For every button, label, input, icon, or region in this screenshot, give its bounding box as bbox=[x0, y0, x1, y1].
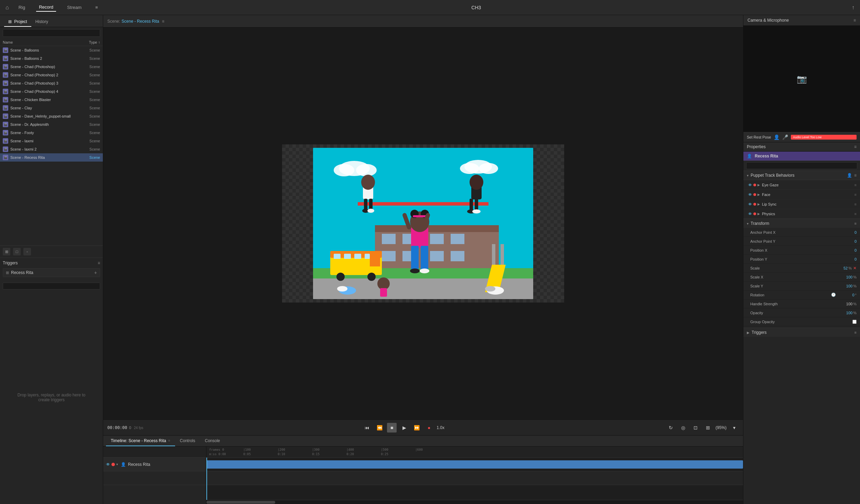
camera-menu-icon[interactable]: ≡ bbox=[853, 18, 856, 23]
speed-label[interactable]: 1.0x bbox=[437, 425, 447, 430]
track-expand-arrow[interactable]: ▾ bbox=[116, 462, 118, 466]
list-item[interactable]: 🎬 Scene - Chad (Photoshop) Scene bbox=[0, 63, 103, 71]
add-behavior-icon[interactable]: 👤 bbox=[847, 173, 852, 178]
lip-sync-expand-arrow[interactable]: ▶ bbox=[757, 202, 760, 206]
add-scene-button[interactable]: ⊞ bbox=[3, 248, 10, 255]
anchor-point-y-value[interactable]: 0 bbox=[839, 239, 857, 243]
list-item-selected[interactable]: 🎬 Scene - Recess Rita Scene bbox=[0, 153, 103, 162]
triggers-section-header[interactable]: ▶ Triggers ≡ bbox=[743, 328, 860, 337]
anchor-point-x-value[interactable]: 0 bbox=[839, 230, 857, 234]
fullscreen-button[interactable]: ⊞ bbox=[703, 423, 713, 432]
trigger-item[interactable]: ⊞ Recess Rita + bbox=[3, 268, 100, 277]
properties-content: ▾ Puppet Track Behaviors 👤 ≡ 👁 ▶ Eye Gaz… bbox=[743, 171, 860, 504]
zoom-dropdown-button[interactable]: ▾ bbox=[729, 423, 739, 432]
lip-sync-record-dot[interactable] bbox=[753, 203, 756, 206]
step-forward-button[interactable]: ⏩ bbox=[412, 423, 421, 432]
list-item[interactable]: 🎬 Scene - Balloons Scene bbox=[0, 46, 103, 54]
scale-y-value[interactable]: 100 bbox=[835, 284, 852, 288]
zoom-label[interactable]: (95%) bbox=[716, 425, 727, 430]
properties-menu-icon[interactable]: ≡ bbox=[854, 144, 857, 149]
to-start-button[interactable]: ⏮ bbox=[362, 423, 372, 432]
list-item[interactable]: 🎬 Scene - Iaxmi Scene bbox=[0, 137, 103, 145]
triggers-section-menu-icon[interactable]: ≡ bbox=[854, 330, 857, 335]
physics-record-dot[interactable] bbox=[753, 212, 756, 215]
camera-icon[interactable]: 👤 bbox=[774, 134, 780, 140]
face-menu-icon[interactable]: ≡ bbox=[854, 193, 857, 197]
track-record-dot[interactable] bbox=[111, 463, 115, 466]
list-item[interactable]: 🎬 Scene - Footy Scene bbox=[0, 129, 103, 137]
tab-controls[interactable]: Controls bbox=[175, 436, 200, 446]
nav-record[interactable]: Record bbox=[36, 3, 56, 12]
project-search-input[interactable] bbox=[3, 29, 100, 37]
physics-expand-arrow[interactable]: ▶ bbox=[757, 212, 760, 216]
scale-x-value[interactable]: 100 bbox=[835, 275, 852, 279]
stop-button[interactable]: ■ bbox=[387, 423, 397, 432]
behaviors-menu-icon[interactable]: ≡ bbox=[854, 173, 857, 178]
scale-reset-button[interactable]: ✕ bbox=[853, 266, 857, 271]
transform-menu-icon[interactable]: ≡ bbox=[854, 221, 857, 226]
step-back-button[interactable]: ⏪ bbox=[375, 423, 384, 432]
tab-history[interactable]: History bbox=[31, 17, 52, 27]
properties-panel: Properties ≡ 👤 Recess Rita ▾ Puppet Trac… bbox=[743, 142, 860, 504]
handle-strength-value[interactable]: 100 bbox=[835, 302, 852, 306]
mic-icon[interactable]: 🎤 bbox=[782, 134, 788, 140]
eye-gaze-expand-arrow[interactable]: ▶ bbox=[757, 183, 760, 187]
list-item[interactable]: 🎬 Scene - Clay Scene bbox=[0, 104, 103, 112]
list-item[interactable]: 🎬 Scene - Dr. Applesmith Scene bbox=[0, 120, 103, 129]
record-button[interactable]: ● bbox=[424, 423, 434, 432]
list-item[interactable]: 🎬 Scene - Iaxmi 2 Scene bbox=[0, 145, 103, 153]
timeline-tab-menu-icon[interactable]: ≡ bbox=[168, 439, 170, 442]
timeline-scrollbar[interactable] bbox=[206, 500, 743, 504]
behaviors-section-header[interactable]: ▾ Puppet Track Behaviors 👤 ≡ bbox=[743, 171, 860, 180]
duplicate-button[interactable]: □ bbox=[13, 248, 21, 255]
set-rest-pose-button[interactable]: Set Rest Pose bbox=[747, 135, 771, 139]
list-item[interactable]: 🎬 Scene - Dave_Helmly_puppet-small Scene bbox=[0, 112, 103, 120]
tab-timeline[interactable]: Timeline: Scene - Recess Rita ≡ bbox=[106, 436, 175, 446]
eye-gaze-eye-icon[interactable]: 👁 bbox=[748, 183, 752, 187]
nav-rig[interactable]: Rig bbox=[16, 3, 28, 11]
position-x-value[interactable]: 0 bbox=[839, 248, 857, 252]
loop-button[interactable]: ↻ bbox=[666, 423, 676, 432]
properties-search-input[interactable] bbox=[746, 162, 857, 169]
other-button[interactable]: ◦ bbox=[23, 248, 31, 255]
face-record-dot[interactable] bbox=[753, 193, 756, 196]
project-tab-label: Project bbox=[14, 19, 27, 24]
physics-menu-icon[interactable]: ≡ bbox=[854, 212, 857, 216]
property-scale: Scale 52 % ✕ bbox=[743, 264, 860, 273]
transform-header[interactable]: ▾ Transform ≡ bbox=[743, 219, 860, 228]
list-item[interactable]: 🎬 Scene - Chicken Blaster Scene bbox=[0, 96, 103, 104]
list-item[interactable]: 🎬 Scene - Chad (Photoshop) 3 Scene bbox=[0, 79, 103, 87]
list-item[interactable]: 🎬 Scene - Chad (Photoshop) 2 Scene bbox=[0, 71, 103, 79]
group-opacity-checkbox[interactable] bbox=[852, 320, 857, 324]
eye-gaze-menu-icon[interactable]: ≡ bbox=[854, 183, 857, 187]
scene-menu-icon[interactable]: ≡ bbox=[162, 19, 164, 24]
list-item[interactable]: 🎬 Scene - Balloons 2 Scene bbox=[0, 54, 103, 63]
scale-value[interactable]: 52 bbox=[843, 266, 848, 270]
face-expand-arrow[interactable]: ▶ bbox=[757, 193, 760, 196]
tab-project[interactable]: ⊞ Project bbox=[4, 17, 31, 27]
play-button[interactable]: ▶ bbox=[399, 423, 409, 432]
scrollbar-thumb[interactable] bbox=[206, 501, 275, 504]
eye-gaze-record-dot[interactable] bbox=[753, 184, 756, 186]
lip-sync-menu-icon[interactable]: ≡ bbox=[854, 202, 857, 206]
position-y-value[interactable]: 0 bbox=[839, 257, 857, 261]
scale-x-unit: % bbox=[853, 275, 857, 279]
face-eye-icon[interactable]: 👁 bbox=[748, 193, 752, 197]
rotation-value[interactable]: 0 bbox=[837, 293, 854, 297]
triggers-menu-icon[interactable]: ≡ bbox=[98, 261, 100, 265]
tab-console[interactable]: Console bbox=[200, 436, 225, 446]
stream-button[interactable]: ⊡ bbox=[691, 423, 700, 432]
home-icon[interactable]: ⌂ bbox=[6, 4, 9, 11]
nav-menu-icon[interactable]: ≡ bbox=[93, 3, 101, 11]
nav-stream[interactable]: Stream bbox=[64, 3, 84, 11]
onion-skin-button[interactable]: ◎ bbox=[678, 423, 688, 432]
opacity-value[interactable]: 100 bbox=[835, 311, 852, 315]
lip-sync-eye-icon[interactable]: 👁 bbox=[748, 202, 752, 206]
export-icon[interactable]: ↑ bbox=[852, 4, 854, 11]
list-item[interactable]: 🎬 Scene - Chad (Photoshop) 4 Scene bbox=[0, 87, 103, 96]
ruler-frames-600: |600 bbox=[402, 448, 436, 451]
track-eye-icon[interactable]: 👁 bbox=[106, 462, 110, 467]
add-trigger-button[interactable]: + bbox=[94, 270, 97, 275]
physics-eye-icon[interactable]: 👁 bbox=[748, 212, 752, 216]
trigger-search-input[interactable] bbox=[3, 283, 100, 289]
